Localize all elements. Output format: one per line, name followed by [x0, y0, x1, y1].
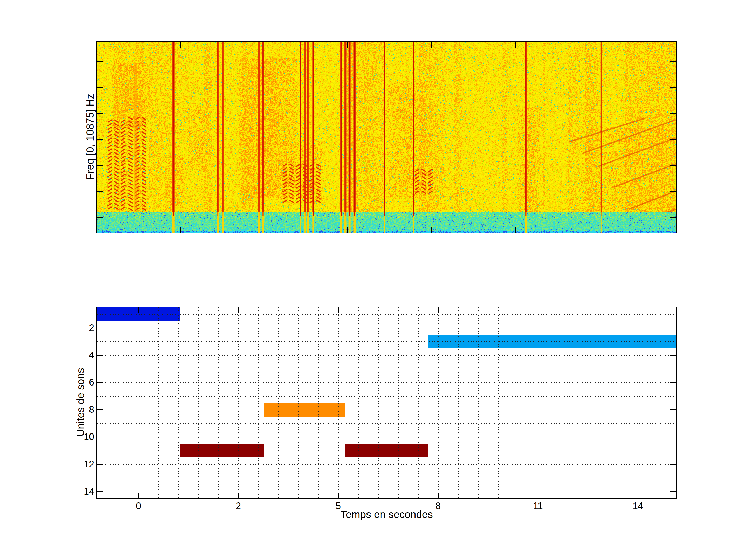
y-axis-tick [97, 436, 103, 437]
spec-y-tick-left [97, 113, 103, 114]
grid-line-vertical [578, 308, 578, 498]
y-axis-tick-right [670, 491, 676, 492]
grid-line-vertical [278, 308, 279, 498]
spec-x-tick-bottom [263, 227, 264, 233]
spec-x-tick-top [263, 42, 264, 48]
grid-line-horizontal [97, 491, 676, 492]
x-axis-tick-top [338, 308, 339, 313]
y-axis-tick [97, 382, 103, 383]
grid-line-vertical [378, 308, 379, 498]
y-axis-tick [97, 355, 103, 356]
grid-line-vertical [218, 308, 219, 498]
spec-y-tick-left [97, 165, 103, 166]
spec-x-tick-top [515, 42, 516, 48]
spec-x-tick-top [347, 42, 348, 48]
spectrogram-axes [97, 41, 677, 233]
grid-line-vertical [418, 308, 419, 498]
grid-line-vertical [119, 308, 119, 498]
spec-x-tick-top [180, 42, 181, 48]
grid-line-horizontal [97, 423, 676, 424]
spec-y-tick-left [97, 87, 103, 88]
grid-line-vertical [199, 308, 199, 498]
grid-line-vertical [398, 308, 399, 498]
grid-line-vertical [598, 308, 598, 498]
segmentation-ylabel: Unites de sons [75, 361, 86, 444]
grid-line-vertical [478, 308, 479, 498]
grid-line-vertical [298, 308, 299, 498]
spec-x-tick-bottom [347, 227, 348, 233]
grid-line-vertical [318, 308, 319, 498]
grid-line-vertical [258, 308, 259, 498]
grid-line-horizontal [97, 451, 676, 451]
grid-line-horizontal [97, 314, 676, 315]
grid-line-horizontal [97, 328, 676, 328]
grid-line-vertical [638, 308, 638, 498]
y-axis-tick [97, 491, 103, 492]
grid-line-vertical [518, 308, 518, 498]
spec-x-tick-bottom [515, 227, 516, 233]
y-tick-label: 12 [68, 460, 94, 469]
grid-line-vertical [358, 308, 359, 498]
grid-line-horizontal [97, 369, 676, 369]
y-axis-tick [97, 464, 103, 465]
grid-line-vertical [558, 308, 559, 498]
grid-line-vertical [438, 308, 439, 498]
spec-x-tick-bottom [180, 227, 181, 233]
spec-y-tick-right [670, 87, 676, 88]
grid-line-horizontal [97, 437, 676, 437]
grid-line-vertical [498, 308, 498, 498]
spec-y-tick-right [670, 165, 676, 166]
x-axis-tick [638, 492, 638, 498]
spec-y-tick-left [97, 61, 103, 62]
spectrogram-image [97, 42, 676, 233]
grid-line-horizontal [97, 396, 676, 397]
x-axis-tick [538, 492, 538, 498]
spec-y-tick-left [97, 191, 103, 192]
y-tick-label: 2 [68, 323, 94, 332]
grid-line-vertical [178, 308, 179, 498]
segmentation-xlabel: Temps en secondes [97, 509, 676, 520]
grid-line-vertical [99, 308, 99, 498]
spec-y-tick-right [670, 61, 676, 62]
segmentation-axes: 025811142468101214 [97, 307, 677, 499]
grid-line-horizontal [97, 382, 676, 383]
grid-line-vertical [158, 308, 159, 498]
spec-y-tick-right [670, 113, 676, 114]
y-axis-tick-right [670, 464, 676, 465]
x-axis-tick [338, 492, 339, 498]
spec-x-tick-bottom [431, 227, 432, 233]
y-axis-tick-right [670, 436, 676, 437]
x-axis-tick-top [138, 308, 139, 313]
matlab-figure: Freq [0, 10875] Hz 025811142468101214 Un… [0, 0, 747, 560]
y-tick-label: 4 [68, 350, 94, 360]
spec-y-tick-left [97, 139, 103, 140]
grid-line-vertical [138, 308, 139, 498]
grid-line-vertical [618, 308, 618, 498]
spec-y-tick-right [670, 139, 676, 140]
grid-line-vertical [458, 308, 459, 498]
y-axis-tick-right [670, 409, 676, 410]
grid-line-horizontal [97, 478, 676, 478]
y-axis-tick [97, 409, 103, 410]
spec-x-tick-top [599, 42, 599, 48]
x-axis-tick-top [538, 308, 538, 313]
y-axis-tick-right [670, 355, 676, 356]
x-axis-tick [238, 492, 239, 498]
spec-x-tick-bottom [599, 227, 599, 233]
grid-line-vertical [658, 308, 658, 498]
spec-y-tick-right [670, 217, 676, 218]
spectrogram-ylabel: Freq [0, 10875] Hz [84, 82, 96, 191]
x-axis-tick-top [438, 308, 439, 313]
y-axis-tick [97, 328, 103, 328]
x-axis-tick [438, 492, 439, 498]
grid-line-horizontal [97, 464, 676, 465]
y-tick-label: 14 [68, 487, 94, 496]
x-axis-tick-top [638, 308, 638, 313]
grid-line-vertical [538, 308, 538, 498]
grid-line-horizontal [97, 410, 676, 410]
x-axis-tick-top [238, 308, 239, 313]
spec-x-tick-top [431, 42, 432, 48]
grid-line-horizontal [97, 355, 676, 356]
y-axis-tick-right [670, 328, 676, 328]
x-axis-tick [138, 492, 139, 498]
